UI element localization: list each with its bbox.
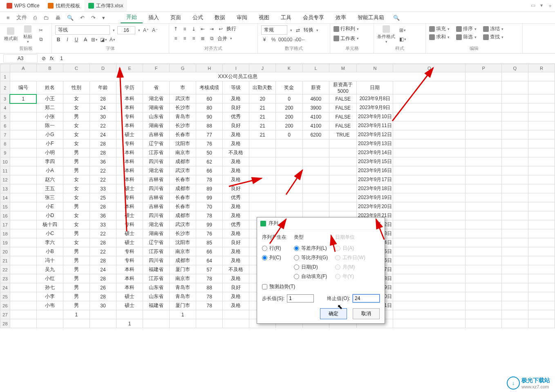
col-header[interactable]: B [36,64,63,72]
increase-font-icon[interactable]: A⁺ [143,27,149,34]
tab-review[interactable]: 审阅 [231,12,253,23]
freeze[interactable]: 冻结▾ [483,25,504,32]
formula-input[interactable]: 1 [58,55,552,62]
merge-icon[interactable]: ⧉ [208,35,215,42]
tab-member[interactable]: 会员专享 [297,12,330,23]
tab-smart[interactable]: 智能工具箱 [352,12,390,23]
tab-home[interactable]: 开始 [121,12,143,23]
cond-format[interactable]: 条件格式▾ [377,25,395,44]
preview-icon[interactable]: 🔍 [64,13,77,22]
italic-icon[interactable]: I [64,36,71,43]
col-header[interactable]: N [357,64,393,72]
underline-icon[interactable]: U [73,36,80,43]
col-header[interactable]: G [170,64,196,72]
col-header[interactable]: P [465,64,502,72]
name-box[interactable]: A3 [3,54,38,63]
radio-col[interactable]: 列(C) [262,254,286,261]
col-header[interactable]: R [528,64,555,72]
close-icon[interactable]: ✕ [376,220,381,227]
col-header[interactable]: J [249,64,276,72]
app-tab[interactable]: WPS Office [2,0,44,11]
fill-color-icon[interactable]: ◪▾ [100,36,107,43]
font-color-icon[interactable]: A▾ [109,36,116,43]
tab-data[interactable]: 数据 [209,12,231,23]
dec-inc-icon[interactable]: .00→ [288,36,295,43]
tab-menu-icon[interactable]: ▭ [531,2,535,9]
print-icon[interactable]: 🖶 [52,13,64,22]
tab-tools[interactable]: 工具 [275,12,297,23]
col-header[interactable]: A [10,64,36,72]
step-input[interactable] [287,294,314,302]
worksheet[interactable]: 工作表▾ [333,35,370,42]
radio-row[interactable]: 行(R) [262,245,286,252]
sum[interactable]: 求和▾ [429,34,450,40]
save-icon[interactable]: ⎙ [30,13,40,22]
border-icon[interactable]: ⊞▾ [91,36,98,43]
percent-icon[interactable]: % [270,36,277,43]
tab-page[interactable]: 页面 [165,12,187,23]
row-col[interactable]: 行和列▾ [333,25,370,32]
currency-icon[interactable]: ¥ [261,36,268,43]
col-header[interactable]: O [393,64,465,72]
thousand-icon[interactable]: 000 [279,36,286,43]
align-middle-icon[interactable]: ≡ [181,26,188,32]
copy-icon[interactable]: ⧉ [38,36,44,43]
tab-formula[interactable]: 公式 [187,12,209,23]
align-bottom-icon[interactable]: ⤓ [190,26,197,32]
undo-icon[interactable]: ↶ [77,13,88,22]
indent-dec-icon[interactable]: ⇤ [199,26,206,32]
align-right-icon[interactable]: ≡ [190,35,197,42]
tab-view[interactable]: 视图 [253,12,275,23]
paste[interactable]: 粘贴▾ [20,25,35,44]
tab-dropdown-icon[interactable]: ▾ [540,2,543,9]
new-tab-icon[interactable]: ＋ [548,2,553,9]
sort[interactable]: 排序▾ [456,25,477,32]
bold-icon[interactable]: B [55,36,62,43]
col-header[interactable]: D [90,64,116,72]
indent-inc-icon[interactable]: ⇥ [208,26,215,32]
col-header[interactable]: I [223,64,249,72]
align-top-icon[interactable]: ⤒ [172,26,179,32]
radio-geo[interactable]: 等比序列(G) [294,254,328,261]
col-header[interactable]: Q [501,64,528,72]
open-icon[interactable]: 🗀 [40,13,52,22]
col-header[interactable]: K [276,64,302,72]
align-center-icon[interactable]: ≡ [181,35,188,42]
format-painter[interactable]: 格式刷 [3,27,18,42]
strike-icon[interactable]: A̶ [82,36,89,43]
number-format[interactable]: 常规 [261,25,287,35]
convert-icon[interactable]: ⇄ [295,27,301,34]
search-icon[interactable]: 🔍 [390,13,403,22]
col-header[interactable]: H [196,64,223,72]
radio-arith[interactable]: 等差序列(L) [294,245,328,252]
col-header[interactable]: L [302,64,329,72]
align-left-icon[interactable]: ≡ [172,35,179,42]
dist-icon[interactable]: ≣ [199,35,206,42]
ok-button[interactable]: 确定 [320,308,347,319]
stop-input[interactable] [353,294,380,302]
cut-icon[interactable]: ✂ [38,27,44,34]
fill[interactable]: 填充▾ [429,25,450,32]
tab-efficiency[interactable]: 效率 [330,12,352,23]
radio-date[interactable]: 日期(D) [294,264,328,271]
radio-auto[interactable]: 自动填充(F) [294,273,328,280]
fx-cancel-icon[interactable]: ⊘ [42,56,46,61]
tab-insert[interactable]: 插入 [143,12,165,23]
wrap-icon[interactable]: ↩ [217,26,224,32]
redo-icon[interactable]: ↷ [88,13,99,22]
cell-style-icon[interactable]: ◧▾ [399,36,406,43]
more-icon[interactable]: ▾ [99,13,108,22]
decrease-font-icon[interactable]: A⁻ [152,27,158,34]
col-header[interactable]: F [143,64,170,72]
menu-icon[interactable]: ≡ [3,13,13,22]
col-header[interactable]: M [329,64,357,72]
find[interactable]: 查找▾ [483,34,504,40]
workbook-tab[interactable]: 工作簿3.xlsx [84,0,128,11]
font-size[interactable]: 16 [117,26,135,34]
filter[interactable]: 筛选▾ [456,34,477,40]
predict-check[interactable]: 预测趋势(T) [262,283,380,290]
fx-icon[interactable]: fx [50,56,54,61]
template-tab[interactable]: 找稻壳模板 [44,0,84,11]
col-header[interactable]: C [63,64,90,72]
font-name[interactable]: 等线 [55,25,110,35]
